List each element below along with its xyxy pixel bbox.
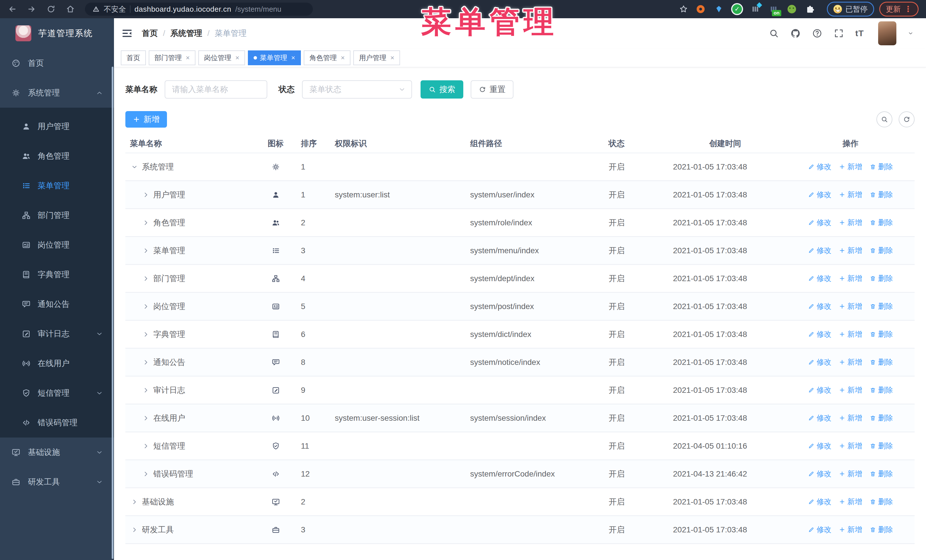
chevron-right-icon[interactable]: [142, 331, 149, 338]
sidebar-item-审计日志[interactable]: 审计日志: [0, 319, 114, 349]
sidebar-item-系统管理[interactable]: 系统管理: [0, 78, 114, 108]
row-add-link[interactable]: 新增: [839, 469, 862, 479]
tab-close-icon[interactable]: ×: [341, 54, 345, 62]
extension-donut-icon[interactable]: [696, 4, 705, 14]
row-edit-link[interactable]: 修改: [808, 329, 831, 339]
row-delete-link[interactable]: 删除: [870, 469, 893, 479]
chevron-right-icon[interactable]: [142, 192, 149, 198]
row-edit-link[interactable]: 修改: [808, 301, 831, 311]
sidebar-item-字典管理[interactable]: 字典管理: [0, 260, 114, 290]
row-delete-link[interactable]: 删除: [870, 246, 893, 255]
chevron-right-icon[interactable]: [142, 359, 149, 366]
row-add-link[interactable]: 新增: [839, 441, 862, 451]
row-add-link[interactable]: 新增: [839, 162, 862, 172]
sidebar-scrollbar[interactable]: [112, 66, 113, 559]
search-button[interactable]: 搜索: [421, 80, 463, 98]
row-edit-link[interactable]: 修改: [808, 413, 831, 423]
sidebar-item-错误码管理[interactable]: 错误码管理: [0, 408, 114, 438]
row-edit-link[interactable]: 修改: [808, 190, 831, 200]
row-add-link[interactable]: 新增: [839, 357, 862, 367]
caret-down-icon[interactable]: [131, 163, 138, 171]
row-edit-link[interactable]: 修改: [808, 217, 831, 228]
row-delete-link[interactable]: 删除: [870, 497, 893, 507]
row-delete-link[interactable]: 删除: [870, 525, 893, 535]
row-edit-link[interactable]: 修改: [808, 357, 831, 367]
chevron-right-icon[interactable]: [142, 219, 149, 226]
address-bar[interactable]: 不安全 dashboard.yudao.iocoder.cn/system/me…: [85, 3, 313, 16]
tab-角色管理[interactable]: 角色管理×: [304, 50, 351, 65]
tab-用户管理[interactable]: 用户管理×: [353, 50, 400, 65]
chevron-right-icon[interactable]: [142, 443, 149, 450]
sidebar-item-研发工具[interactable]: 研发工具: [0, 467, 114, 497]
row-edit-link[interactable]: 修改: [808, 525, 831, 535]
sidebar-item-岗位管理[interactable]: 岗位管理: [0, 230, 114, 260]
profile-paused-badge[interactable]: 已暂停: [827, 2, 874, 17]
row-add-link[interactable]: 新增: [839, 329, 862, 339]
add-button[interactable]: 新增: [126, 111, 167, 128]
row-delete-link[interactable]: 删除: [870, 385, 893, 395]
sidebar-item-部门管理[interactable]: 部门管理: [0, 201, 114, 230]
chevron-right-icon[interactable]: [142, 247, 149, 254]
font-size-icon[interactable]: tT: [855, 29, 864, 38]
row-delete-link[interactable]: 删除: [870, 301, 893, 311]
avatar[interactable]: [878, 21, 896, 45]
question-icon[interactable]: [812, 28, 822, 38]
chevron-right-icon[interactable]: [142, 387, 149, 394]
tab-close-icon[interactable]: ×: [291, 54, 295, 62]
row-edit-link[interactable]: 修改: [808, 162, 831, 172]
search-icon[interactable]: [769, 28, 779, 38]
back-icon[interactable]: [8, 4, 17, 14]
row-edit-link[interactable]: 修改: [808, 469, 831, 479]
row-add-link[interactable]: 新增: [839, 190, 862, 200]
reload-icon[interactable]: [46, 4, 56, 14]
tab-岗位管理[interactable]: 岗位管理×: [198, 50, 245, 65]
row-edit-link[interactable]: 修改: [808, 441, 831, 451]
chevron-right-icon[interactable]: [142, 471, 149, 477]
refresh-button[interactable]: [899, 112, 915, 127]
row-delete-link[interactable]: 删除: [870, 217, 893, 228]
row-edit-link[interactable]: 修改: [808, 497, 831, 507]
row-edit-link[interactable]: 修改: [808, 385, 831, 395]
row-delete-link[interactable]: 删除: [870, 190, 893, 200]
tab-close-icon[interactable]: ×: [390, 54, 394, 62]
menu-name-input[interactable]: [165, 80, 267, 98]
forward-icon[interactable]: [27, 4, 36, 14]
sidebar-item-通知公告[interactable]: 通知公告: [0, 290, 114, 319]
logo-row[interactable]: 芋道管理系统: [0, 18, 114, 48]
row-delete-link[interactable]: 删除: [870, 273, 893, 284]
row-delete-link[interactable]: 删除: [870, 441, 893, 451]
chevron-right-icon[interactable]: [142, 275, 149, 282]
row-delete-link[interactable]: 删除: [870, 329, 893, 339]
row-add-link[interactable]: 新增: [839, 273, 862, 284]
update-button[interactable]: 更新 ⋮: [879, 2, 918, 17]
row-edit-link[interactable]: 修改: [808, 273, 831, 284]
row-add-link[interactable]: 新增: [839, 525, 862, 535]
row-add-link[interactable]: 新增: [839, 217, 862, 228]
row-delete-link[interactable]: 删除: [870, 357, 893, 367]
github-icon[interactable]: [790, 28, 800, 38]
extension-columns-icon[interactable]: [750, 4, 760, 14]
row-add-link[interactable]: 新增: [839, 246, 862, 255]
tab-首页[interactable]: 首页: [121, 50, 146, 65]
fullscreen-icon[interactable]: [834, 28, 844, 38]
sidebar-item-角色管理[interactable]: 角色管理: [0, 141, 114, 171]
tab-close-icon[interactable]: ×: [235, 54, 239, 62]
chevron-right-icon[interactable]: [131, 498, 138, 505]
extension-check-icon[interactable]: ✓: [732, 4, 742, 14]
reset-button[interactable]: 重置: [471, 80, 513, 98]
sidebar-item-短信管理[interactable]: 短信管理: [0, 378, 114, 408]
tab-close-icon[interactable]: ×: [186, 54, 190, 62]
breadcrumb-system[interactable]: 系统管理: [170, 28, 202, 39]
row-add-link[interactable]: 新增: [839, 301, 862, 311]
row-edit-link[interactable]: 修改: [808, 246, 831, 255]
chevron-right-icon[interactable]: [131, 527, 138, 533]
sidebar-item-基础设施[interactable]: 基础设施: [0, 438, 114, 467]
caret-down-icon[interactable]: [908, 30, 914, 36]
home-icon[interactable]: [65, 4, 75, 14]
bookmark-star-icon[interactable]: [679, 4, 688, 14]
chevron-right-icon[interactable]: [142, 303, 149, 310]
sidebar-item-首页[interactable]: 首页: [0, 48, 114, 78]
extension-gem-icon[interactable]: [714, 4, 724, 14]
sidebar-item-菜单管理[interactable]: 菜单管理: [0, 171, 114, 201]
tab-部门管理[interactable]: 部门管理×: [149, 50, 195, 65]
